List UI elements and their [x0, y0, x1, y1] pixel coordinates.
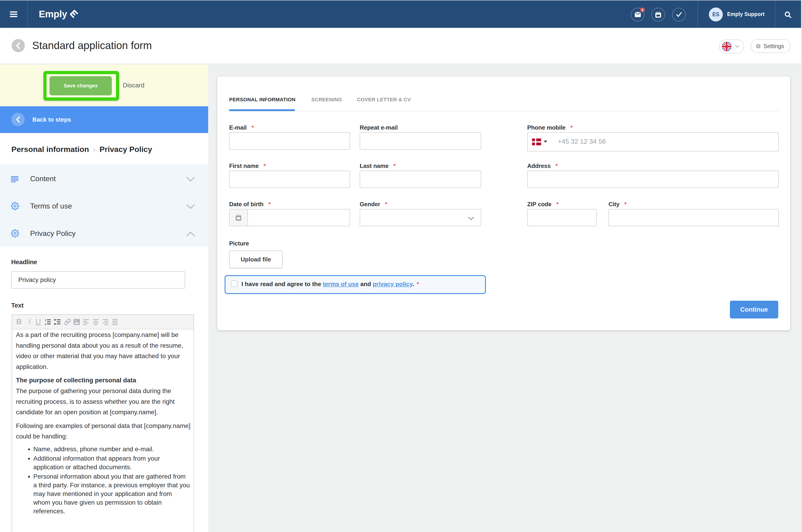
svg-text:1: 1	[45, 319, 46, 321]
svg-text:2: 2	[45, 323, 46, 325]
